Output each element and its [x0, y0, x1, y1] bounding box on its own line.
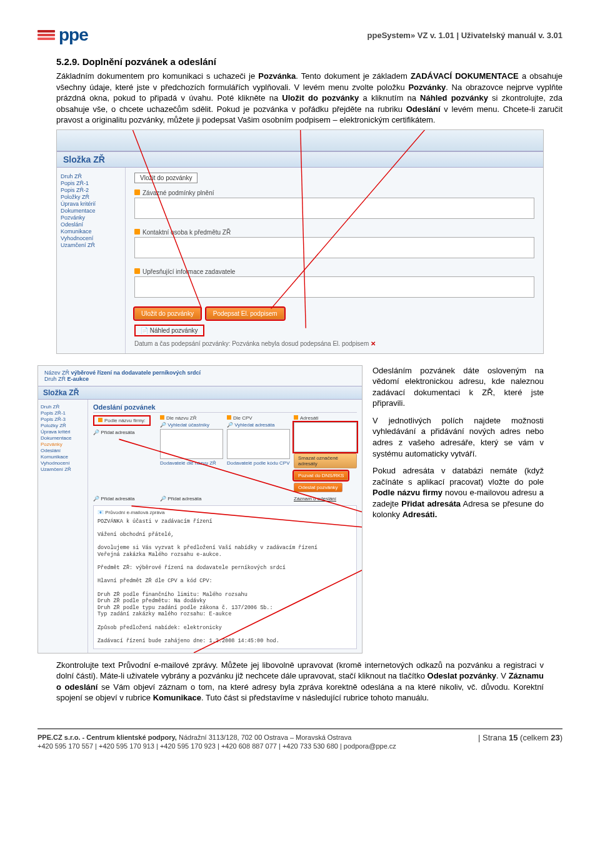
signature-status: Datum a čas podepsání pozvánky: Pozvánka…	[134, 340, 534, 347]
field-label: Kontaktní osoba k předmětu ZŘ	[134, 229, 534, 236]
odeslani-title: Odeslání pozvánek	[93, 403, 357, 411]
adresati-listbox[interactable]	[294, 422, 357, 452]
textarea-upresnujici[interactable]	[134, 276, 534, 298]
field-label: Závazné podmínky plnění	[134, 189, 534, 196]
logo-bars-icon	[38, 29, 55, 41]
podle-nazvu-label: Podle názvu firmy:	[93, 415, 151, 426]
side-text: Odesláním pozvánek dáte osloveným na věd…	[372, 365, 544, 527]
pridat-adresata-button[interactable]: 🔎 Přidat adresáta	[93, 430, 156, 435]
pridat-button[interactable]: 🔎 Přidat adresáta	[160, 496, 223, 502]
link[interactable]: Dodavatelé podle kódu CPV	[227, 460, 290, 466]
vlozit-button[interactable]: Vložit do pozvánky	[134, 173, 198, 183]
ulozit-button[interactable]: Uložit do pozvánky	[134, 308, 201, 320]
smazat-button[interactable]: Smazat označené adresáty	[294, 453, 357, 468]
footer-page: | Strana 15 (celkem 23)	[478, 733, 562, 751]
left-menu: Druh ZŘPopis ZŘ-1Popis ZŘ-3 Položky ZŘÚp…	[38, 400, 88, 653]
section-paragraph: Základním dokumentem pro komunikaci s uc…	[56, 71, 562, 126]
screenshot-pozvanky: Složka ZŘ Druh ZŘPopis ZŘ-1Popis ZŘ-2 Po…	[56, 129, 544, 354]
pridat-button[interactable]: 🔎 Přidat adresáta	[93, 496, 156, 502]
field-label: Upřesňující informace zadavatele	[134, 268, 534, 275]
slozka-title: Složka ZŘ	[57, 151, 543, 168]
textarea-kontaktni[interactable]	[134, 237, 534, 258]
header-version: ppeSystem» VZ v. 1.01 | Uživatelský manu…	[368, 31, 562, 40]
left-menu: Druh ZŘPopis ZŘ-1Popis ZŘ-2 Položky ZŘÚp…	[57, 168, 126, 353]
nahled-button[interactable]: 📄 Náhled pozvánky	[134, 325, 204, 336]
vyhledat-link[interactable]: 🔎 Vyhledat účastníky	[160, 422, 223, 428]
logo-text: ppe	[59, 25, 88, 45]
slozka-title: Složka ZŘ	[38, 386, 362, 400]
col-label: Dle názvu ZŘ	[160, 415, 223, 421]
final-paragraph: Zkontrolujte text Průvodní e-mailové zpr…	[56, 660, 544, 704]
pozvat-button[interactable]: Pozvat do DNS/RKS	[294, 471, 348, 480]
screenshot-odeslani: Název ZŘ výběrové řízení na dodavatele p…	[38, 365, 362, 654]
link[interactable]: Dodavatelé dle názvu ZŘ	[160, 460, 223, 466]
col-label: Adresáti	[294, 415, 357, 421]
vyhledat-link[interactable]: 🔎 Vyhledat adresáta	[227, 422, 290, 428]
listbox[interactable]	[227, 429, 290, 459]
section-heading: 5.2.9. Doplnění pozvánek a odeslání	[56, 56, 562, 67]
col-label: Dle CPV	[227, 415, 290, 421]
x-icon: ✕	[371, 340, 376, 347]
podepsat-button[interactable]: Podepsat El. podpisem	[206, 308, 284, 320]
zaznam-link[interactable]: Záznam o odeslání	[294, 496, 357, 502]
mail-panel[interactable]: 📧 Průvodní e-mailová zpráva POZVÁNKA k ú…	[93, 505, 357, 649]
odeslat-button[interactable]: Odeslat pozvánky	[294, 483, 342, 492]
textarea-zavazne[interactable]	[134, 198, 534, 219]
logo: ppe	[38, 25, 88, 45]
footer-left: PPE.CZ s.r.o. - Centrum klientské podpor…	[38, 733, 396, 751]
listbox[interactable]	[160, 429, 223, 459]
